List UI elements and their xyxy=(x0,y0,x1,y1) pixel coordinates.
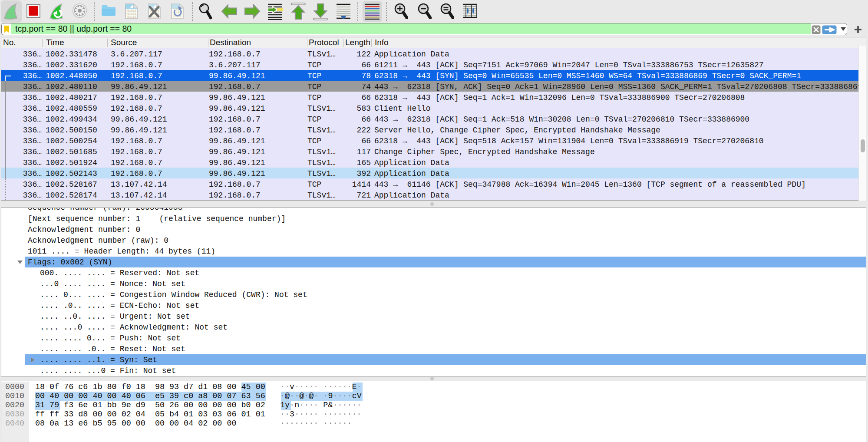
svg-text:01110: 01110 xyxy=(127,15,136,19)
